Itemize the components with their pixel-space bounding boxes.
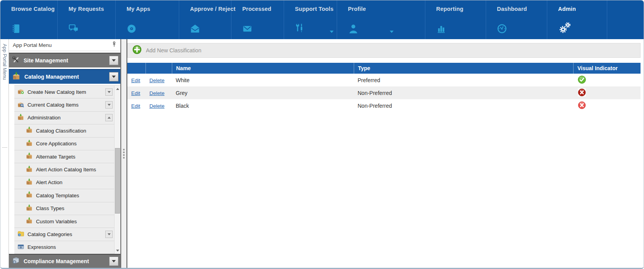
sidebar-item-label: Expressions	[27, 244, 113, 250]
sidebar-item-expressions[interactable]: Expressions	[14, 241, 120, 254]
box-icon	[26, 153, 33, 160]
sidebar-item-label: Catalog Classification	[36, 128, 113, 134]
nav-browse-catalog[interactable]: Browse Catalog	[0, 0, 58, 39]
chevron-down-icon	[330, 31, 334, 33]
sidebar-item-custom-variables[interactable]: Custom Variables	[14, 215, 120, 228]
sidebar-item-alert-action-catalog-items[interactable]: Alert Action Catalog Items	[14, 163, 120, 176]
nav-label: My Apps	[127, 6, 179, 12]
edit-link[interactable]: Edit	[131, 90, 140, 96]
box-icon	[26, 205, 33, 212]
scroll-down-icon[interactable]	[115, 248, 120, 253]
add-new-classification-button[interactable]: Add New Classification	[132, 45, 201, 56]
table-row: Edit Delete White Preferred	[127, 74, 641, 86]
chat-bubbles-icon	[69, 24, 79, 35]
add-button-label: Add New Classification	[146, 47, 201, 53]
box-icon	[26, 166, 33, 174]
sidebar-item-label: Create New Catalog Item	[27, 89, 102, 95]
sidebar-group-compliance-management[interactable]: Compliance Management	[9, 254, 120, 268]
nav-label: Browse Catalog	[11, 6, 57, 12]
sidebar-item-label: Custom Variables	[36, 219, 113, 224]
nav-label: Reporting	[436, 6, 486, 12]
delete-link[interactable]: Delete	[149, 90, 164, 96]
catalog-management-dropdown-button[interactable]	[109, 72, 118, 81]
sidebar-item-class-types[interactable]: Class Types	[14, 202, 120, 215]
scroll-up-icon[interactable]	[115, 86, 120, 92]
tools-icon	[295, 23, 305, 35]
sidebar-splitter[interactable]	[121, 39, 127, 268]
group-label: Catalog Management	[24, 74, 105, 80]
nav-my-apps[interactable]: My Apps	[116, 0, 179, 39]
compliance-icon	[12, 257, 20, 266]
sidebar-item-label: Administration	[27, 115, 102, 121]
header-type-column[interactable]: Type	[354, 63, 573, 74]
compliance-management-dropdown-button[interactable]	[109, 257, 118, 266]
sidebar-item-alternate-targets[interactable]: Alternate Targets	[14, 150, 120, 163]
chevron-down-icon	[390, 31, 394, 33]
sidebar-item-administration[interactable]: Administration	[14, 112, 120, 124]
disc-icon	[127, 24, 137, 35]
item-dropdown-button[interactable]	[105, 101, 113, 109]
sidebar-item-label: Alternate Targets	[36, 154, 113, 160]
sidebar-item-core-applications[interactable]: Core Applications	[14, 138, 120, 150]
box-icon	[17, 114, 24, 122]
sidebar-group-site-management[interactable]: Site Management	[9, 53, 120, 67]
nav-dashboard[interactable]: Dashboard	[486, 0, 547, 39]
group-label: Site Management	[24, 57, 105, 64]
nav-reporting[interactable]: Reporting	[425, 0, 486, 39]
sidebar-item-label: Alert Action	[36, 179, 113, 185]
edit-link[interactable]: Edit	[131, 78, 140, 83]
classification-name: Black	[172, 103, 354, 109]
item-dropdown-button[interactable]	[105, 231, 113, 238]
header-edit-column	[127, 63, 146, 74]
sidebar-item-label: Current Catalog Items	[27, 102, 102, 108]
side-tab-label: App Portal Menu	[2, 39, 7, 148]
group-label: Compliance Management	[24, 258, 105, 264]
red-cross-icon	[578, 101, 586, 110]
scrollbar-thumb[interactable]	[115, 148, 120, 214]
classification-type: Preferred	[354, 77, 573, 83]
sidebar-item-current-catalog-items[interactable]: Current Catalog Items	[14, 98, 120, 111]
item-collapse-button[interactable]	[105, 114, 113, 121]
sidebar: App Portal Menu Site Management	[9, 39, 121, 268]
sidebar-item-label: Catalog Categories	[27, 231, 102, 237]
sidebar-item-create-new-catalog-item[interactable]: Create New Catalog Item	[14, 86, 120, 98]
header-delete-column	[146, 63, 172, 74]
nav-empty-space	[607, 0, 644, 39]
pin-icon[interactable]	[111, 41, 117, 49]
nav-label: Dashboard	[497, 6, 547, 12]
nav-processed[interactable]: Processed	[231, 0, 284, 39]
sidebar-item-alert-action[interactable]: Alert Action	[14, 176, 120, 189]
classification-type: Non-Preferred	[354, 103, 573, 109]
classification-type: Non-Preferred	[354, 90, 573, 96]
edit-link[interactable]: Edit	[131, 103, 140, 109]
bar-chart-icon	[436, 24, 446, 35]
nav-admin[interactable]: Admin	[547, 0, 607, 39]
header-visual-indicator-column[interactable]: Visual Indicator	[573, 63, 641, 74]
nav-profile[interactable]: Profile	[337, 0, 425, 39]
nav-label: My Requests	[69, 6, 115, 12]
nav-label: Admin	[558, 6, 607, 12]
folder-gear-icon	[17, 230, 24, 238]
submenu-scrollbar[interactable]	[114, 86, 120, 254]
red-cross-icon	[578, 88, 586, 98]
gauge-icon	[497, 24, 507, 35]
app-portal-menu-side-tab[interactable]: App Portal Menu	[0, 39, 9, 268]
nav-support-tools[interactable]: Support Tools	[284, 0, 337, 39]
green-check-icon	[578, 76, 586, 85]
catalog-box-icon	[12, 72, 21, 81]
nav-my-requests[interactable]: My Requests	[58, 0, 116, 39]
delete-link[interactable]: Delete	[149, 103, 164, 109]
sidebar-item-catalog-classification[interactable]: Catalog Classification	[14, 124, 120, 137]
sidebar-item-catalog-templates[interactable]: Catalog Templates	[14, 189, 120, 202]
header-name-column[interactable]: Name	[172, 63, 354, 74]
envelope-icon	[242, 24, 252, 35]
item-dropdown-button[interactable]	[105, 88, 113, 96]
table-row: Edit Delete Black Non-Preferred	[127, 99, 641, 112]
nav-approve-reject[interactable]: Approve / Reject	[179, 0, 231, 39]
nav-label: Support Tools	[295, 6, 337, 12]
sidebar-group-catalog-management[interactable]: Catalog Management	[9, 69, 120, 84]
delete-link[interactable]: Delete	[149, 78, 164, 83]
site-management-dropdown-button[interactable]	[109, 56, 118, 65]
top-navigation: Browse Catalog My Requests My Apps	[0, 0, 644, 39]
sidebar-item-catalog-categories[interactable]: Catalog Categories	[14, 228, 120, 241]
